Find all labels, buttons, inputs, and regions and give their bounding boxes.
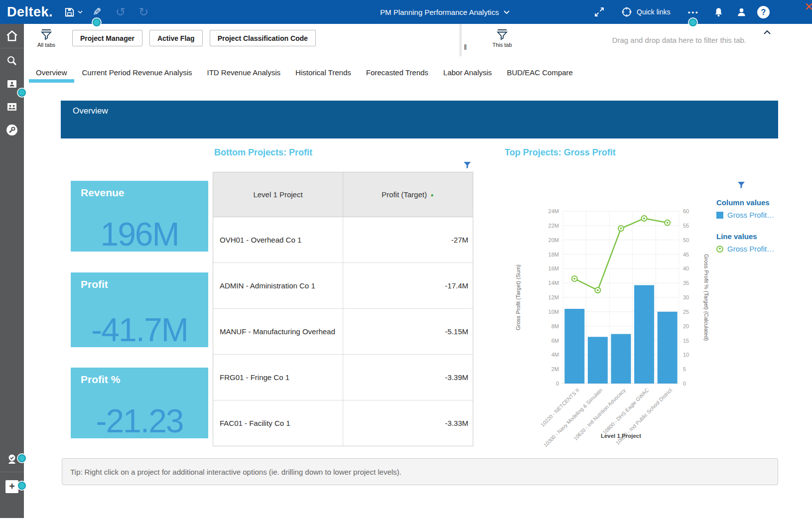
table-row[interactable]: OVH01 - Overhead Co 1 -27M — [213, 217, 473, 263]
svg-text:8M: 8M — [551, 323, 559, 329]
legend-item-label: Gross Profit… — [727, 245, 774, 253]
svg-text:15: 15 — [683, 338, 689, 344]
pencil-icon: ✎ — [93, 6, 102, 18]
help-icon: ? — [757, 6, 770, 18]
svg-text:20M: 20M — [548, 237, 559, 243]
legend-item-label: Gross Profit… — [727, 211, 774, 219]
profile-button[interactable] — [736, 0, 747, 24]
value-cell: -3.33M — [343, 400, 473, 446]
coach-mark-dot[interactable] — [93, 18, 101, 26]
chart-filter-button[interactable] — [737, 181, 745, 191]
tab-current-period-revenue-analysis[interactable]: Current Period Revenue Analysis — [82, 62, 192, 83]
svg-text:18M: 18M — [548, 252, 559, 258]
coach-mark-dot[interactable] — [689, 18, 697, 26]
project-cell: FRG01 - Fringe Co 1 — [213, 355, 343, 400]
project-cell: MANUF - Manufacturing Overhead — [213, 309, 343, 354]
svg-text:6M: 6M — [551, 338, 559, 344]
svg-text:10: 10 — [683, 352, 689, 358]
save-menu-chevron[interactable] — [78, 0, 83, 24]
drag-handle[interactable]: ‖ — [464, 43, 467, 51]
sidebar-divider — [0, 472, 24, 472]
svg-text:10220 - NETCENTS II: 10220 - NETCENTS II — [540, 387, 580, 428]
table-row[interactable]: FAC01 - Facility Co 1 -3.33M — [213, 400, 473, 446]
svg-text:40: 40 — [683, 265, 689, 271]
chart-legend: Column values Gross Profit… Line values … — [716, 198, 791, 266]
table-row[interactable]: MANUF - Manufacturing Overhead -5.15M — [213, 309, 473, 355]
value-cell: -27M — [343, 217, 473, 262]
svg-text:35: 35 — [683, 280, 689, 286]
svg-text:Gross Profit (Target) (Sum): Gross Profit (Target) (Sum) — [515, 264, 521, 330]
bottom-projects-title: Bottom Projects: Profit — [214, 147, 312, 158]
table-header-row: Level 1 Project Profit (Target) ▲ — [213, 172, 473, 217]
legend-item-bar-series[interactable]: Gross Profit… — [716, 211, 791, 219]
svg-text:10800 - DHS Eagle GWAC: 10800 - DHS Eagle GWAC — [601, 387, 650, 436]
page-banner: Overview — [61, 101, 778, 138]
save-icon — [64, 6, 75, 18]
filter-funnel-icon — [737, 181, 745, 189]
all-tabs-filter[interactable]: All tabs — [29, 28, 64, 48]
bar-series-swatch-icon — [716, 212, 723, 219]
legend-line-values-header: Line values — [716, 232, 791, 241]
svg-text:14M: 14M — [548, 280, 559, 286]
filter-bar: All tabs Project Manager Active Flag Pro… — [24, 24, 812, 56]
coach-mark-dot[interactable] — [18, 482, 26, 490]
tab-bud-eac-compare[interactable]: BUD/EAC Compare — [507, 62, 573, 83]
people-folder-icon — [6, 102, 18, 113]
filter-chip-project-manager[interactable]: Project Manager — [72, 30, 142, 46]
kpi-value: -41.7M — [71, 313, 208, 347]
tab-forecasted-trends[interactable]: Forecasted Trends — [366, 62, 428, 83]
ellipsis-icon: ••• — [688, 8, 699, 16]
redo-button[interactable]: ↻ — [138, 0, 148, 24]
collapse-filter-bar-button[interactable] — [763, 28, 771, 37]
save-button[interactable] — [64, 0, 75, 24]
filter-funnel-icon — [40, 28, 53, 41]
column-header-level1-project[interactable]: Level 1 Project — [213, 172, 343, 217]
sidebar-divider — [0, 48, 24, 48]
svg-text:4M: 4M — [551, 352, 559, 358]
bell-icon — [713, 6, 724, 18]
tab-overview[interactable]: Overview — [36, 62, 67, 83]
filter-chip-project-classification-code[interactable]: Project Classification Code — [210, 30, 316, 46]
svg-text:22M: 22M — [548, 223, 559, 229]
top-projects-chart: 02M4M6M8M10M12M14M16M18M20M22M24M0510152… — [513, 194, 782, 453]
close-icon[interactable]: ✕ — [805, 0, 812, 13]
svg-text:5: 5 — [683, 366, 686, 372]
undo-icon: ↺ — [116, 5, 126, 19]
sidebar-item-search[interactable] — [0, 49, 24, 73]
chevron-down-icon — [78, 10, 83, 13]
table-row[interactable]: FRG01 - Fringe Co 1 -3.39M — [213, 355, 473, 400]
chevron-up-icon — [763, 30, 771, 35]
coach-mark-dot[interactable] — [18, 454, 26, 462]
tab-labor-analysis[interactable]: Labor Analysis — [443, 62, 492, 83]
tab-itd-revenue-analysis[interactable]: ITD Revenue Analysis — [207, 62, 280, 83]
undo-button[interactable]: ↺ — [116, 0, 126, 24]
project-cell: OVH01 - Overhead Co 1 — [213, 217, 343, 262]
value-cell: -17.4M — [343, 263, 473, 308]
sidebar-item-tools[interactable] — [0, 118, 24, 142]
expand-icon — [594, 6, 605, 17]
notifications-button[interactable] — [713, 0, 724, 24]
legend-item-line-series[interactable]: Gross Profit… — [716, 245, 791, 253]
table-row[interactable]: ADMIN - Administration Co 1 -17.4M — [213, 263, 473, 309]
left-sidebar: + — [0, 24, 24, 518]
sidebar-item-home[interactable] — [0, 24, 24, 48]
workbook-title-dropdown[interactable]: PM Planning Performance Analytics — [380, 0, 510, 24]
value-cell: -3.39M — [343, 355, 473, 400]
table-filter-button[interactable] — [463, 161, 471, 171]
top-projects-title: Top Projects: Gross Profit — [505, 147, 616, 158]
svg-text:12M: 12M — [548, 294, 559, 300]
svg-text:25: 25 — [683, 309, 689, 315]
quick-links-label: Quick links — [637, 8, 671, 16]
help-button[interactable]: ? — [757, 0, 770, 24]
filter-chip-active-flag[interactable]: Active Flag — [149, 30, 203, 46]
combo-bar-line-chart[interactable]: 02M4M6M8M10M12M14M16M18M20M22M24M0510152… — [513, 194, 712, 453]
fullscreen-button[interactable] — [594, 0, 605, 24]
sort-ascending-icon: ▲ — [430, 192, 434, 197]
this-tab-filter[interactable]: This tab — [485, 28, 520, 48]
sidebar-item-team-projects[interactable] — [0, 95, 24, 119]
svg-text:Gross Profit % (Target) (Calcu: Gross Profit % (Target) (Calculated) — [703, 254, 709, 341]
quick-links-button[interactable]: Quick links — [621, 0, 671, 24]
tab-historical-trends[interactable]: Historical Trends — [295, 62, 351, 83]
coach-mark-dot[interactable] — [18, 89, 26, 97]
column-header-profit-target[interactable]: Profit (Target) ▲ — [343, 172, 473, 217]
